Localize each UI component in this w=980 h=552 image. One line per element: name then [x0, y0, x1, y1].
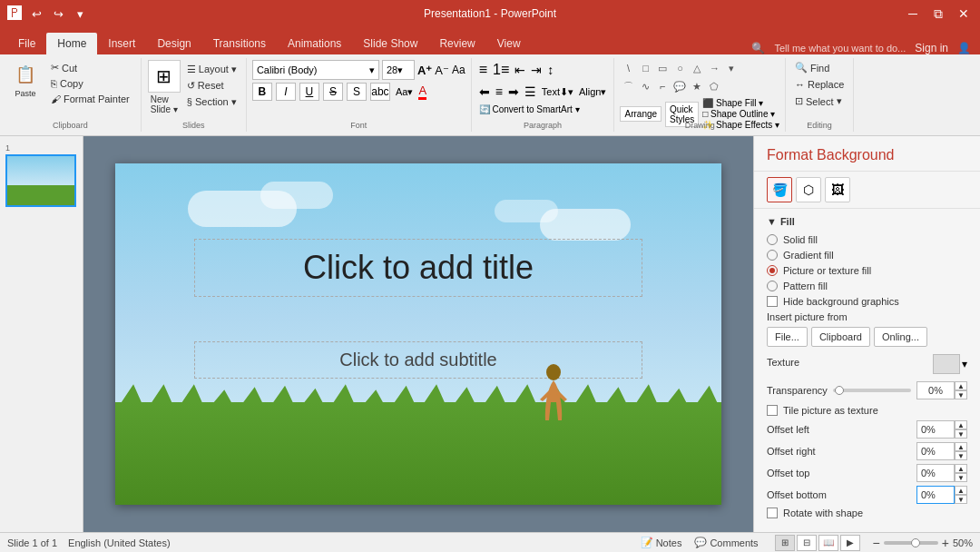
slide-thumbnail-1[interactable]: [5, 154, 76, 207]
transparency-thumb[interactable]: [835, 386, 844, 395]
font-name-input[interactable]: Calibri (Body) ▾: [252, 60, 379, 80]
close-button[interactable]: ✕: [955, 5, 973, 23]
numbering-button[interactable]: 1≡: [491, 60, 511, 80]
tab-file[interactable]: File: [7, 33, 46, 54]
clear-format-button[interactable]: Aa: [452, 64, 466, 76]
offset-top-up[interactable]: ▲: [955, 464, 967, 473]
normal-view-button[interactable]: ⊞: [775, 535, 795, 551]
offset-left-input[interactable]: 0%: [916, 420, 955, 439]
solid-fill-option[interactable]: Solid fill: [767, 234, 967, 245]
zoom-thumb[interactable]: [911, 538, 920, 547]
line-spacing-button[interactable]: ↕: [545, 61, 555, 79]
line-shape[interactable]: \: [620, 60, 636, 76]
font-color-button[interactable]: A: [418, 84, 426, 100]
increase-indent-button[interactable]: ⇥: [529, 61, 544, 79]
increase-font-button[interactable]: A⁺: [417, 64, 432, 77]
paste-button[interactable]: 📋 Paste: [5, 60, 45, 100]
offset-left-down[interactable]: ▼: [955, 429, 967, 439]
copy-button[interactable]: ⎘ Copy: [47, 76, 133, 91]
justify-button[interactable]: ☰: [523, 83, 538, 101]
tab-transitions[interactable]: Transitions: [202, 33, 277, 54]
decrease-font-button[interactable]: A⁻: [435, 64, 449, 77]
gradient-fill-option[interactable]: Gradient fill: [767, 250, 967, 261]
more-shapes[interactable]: ▾: [723, 60, 740, 76]
section-button[interactable]: § Section ▾: [183, 94, 240, 110]
slide-canvas[interactable]: Click to add title Click to add subtitle: [115, 163, 721, 505]
callout-shape[interactable]: 💬: [671, 78, 688, 94]
decrease-indent-button[interactable]: ⇤: [513, 61, 527, 79]
connector-shape[interactable]: ⌐: [654, 78, 671, 94]
pattern-fill-option[interactable]: Pattern fill: [767, 281, 967, 291]
reading-view-button[interactable]: 📖: [818, 535, 838, 551]
texture-preview[interactable]: [933, 354, 960, 374]
tab-view[interactable]: View: [486, 33, 532, 54]
layout-button[interactable]: ☰ Layout ▾: [183, 62, 240, 77]
offset-top-input[interactable]: 0%: [916, 464, 955, 482]
transparency-spin-down[interactable]: ▼: [955, 390, 967, 399]
tab-slideshow[interactable]: Slide Show: [352, 33, 428, 54]
offset-bottom-input[interactable]: 0%: [916, 486, 955, 504]
restore-button[interactable]: ⧉: [929, 5, 947, 23]
shape-fill-button[interactable]: ⬛ Shape Fill ▾: [702, 98, 779, 108]
align-center-button[interactable]: ≡: [494, 83, 505, 101]
zoom-in-button[interactable]: +: [942, 536, 949, 550]
offset-right-up[interactable]: ▲: [955, 442, 967, 451]
fill-section-header[interactable]: ▼ Fill: [767, 216, 967, 227]
align-right-button[interactable]: ➡: [506, 83, 521, 101]
title-text-box[interactable]: Click to add title: [194, 239, 642, 297]
tile-picture-checkbox[interactable]: [767, 405, 778, 416]
tab-design[interactable]: Design: [146, 33, 201, 54]
tab-animations[interactable]: Animations: [277, 33, 352, 54]
align-left-button[interactable]: ⬅: [477, 83, 492, 101]
arrange-button[interactable]: Arrange: [620, 106, 662, 122]
reset-button[interactable]: ↺ Reset: [183, 78, 240, 94]
triangle-shape[interactable]: △: [689, 60, 705, 76]
undo-button[interactable]: ↩: [27, 5, 45, 23]
online-button[interactable]: Onling...: [874, 327, 927, 347]
picture-texture-fill-option[interactable]: Picture or texture fill: [767, 265, 967, 276]
align-text-button[interactable]: Align▾: [577, 84, 608, 100]
offset-bottom-up[interactable]: ▲: [955, 486, 967, 495]
bold-button[interactable]: B: [252, 83, 272, 101]
tab-home[interactable]: Home: [46, 33, 97, 54]
transparency-slider[interactable]: [833, 389, 911, 392]
oval-shape[interactable]: ○: [671, 60, 688, 76]
transparency-value[interactable]: 0%: [916, 381, 955, 399]
bullets-button[interactable]: ≡: [477, 60, 489, 80]
notes-button[interactable]: 📝 Notes: [637, 535, 686, 550]
clipboard-button[interactable]: Clipboard: [811, 327, 870, 347]
font-size-input[interactable]: 28 ▾: [382, 60, 415, 80]
freeform-shape[interactable]: ∿: [637, 78, 653, 94]
shadow-button[interactable]: S: [347, 83, 367, 101]
text-direction-button[interactable]: Text⬇▾: [540, 84, 575, 100]
tile-picture-row[interactable]: Tile picture as texture: [767, 405, 967, 416]
zoom-out-button[interactable]: −: [873, 536, 880, 550]
rotate-shape-checkbox[interactable]: [767, 508, 778, 518]
pentagon-shape[interactable]: ⬠: [706, 78, 722, 94]
find-button[interactable]: 🔍 Find: [791, 60, 833, 75]
picture-texture-fill-radio[interactable]: [767, 265, 778, 276]
arrow-shape[interactable]: →: [706, 60, 722, 76]
gradient-fill-radio[interactable]: [767, 250, 778, 261]
tab-review[interactable]: Review: [428, 33, 485, 54]
image-icon-btn[interactable]: 🖼: [825, 177, 850, 202]
search-field[interactable]: Tell me what you want to do...: [774, 43, 906, 54]
customize-qat-button[interactable]: ▾: [71, 5, 89, 23]
format-painter-button[interactable]: 🖌 Format Painter: [47, 92, 133, 106]
rotate-shape-row[interactable]: Rotate with shape: [767, 508, 967, 518]
pattern-fill-radio[interactable]: [767, 281, 778, 291]
new-slide-icon[interactable]: ⊞: [148, 60, 181, 93]
file-button[interactable]: File...: [767, 327, 808, 347]
convert-smartart-button[interactable]: 🔄 Convert to SmartArt ▾: [477, 103, 582, 116]
offset-right-input[interactable]: 0%: [916, 442, 955, 460]
offset-right-down[interactable]: ▼: [955, 451, 967, 460]
offset-left-up[interactable]: ▲: [955, 420, 967, 429]
replace-button[interactable]: ↔ Replace: [791, 77, 848, 92]
canvas-area[interactable]: Click to add title Click to add subtitle: [83, 136, 753, 532]
zoom-level[interactable]: 50%: [953, 537, 973, 548]
change-case-button[interactable]: Aa▾: [394, 84, 415, 100]
char-spacing-button[interactable]: abc: [370, 83, 390, 101]
star-shape[interactable]: ★: [689, 78, 705, 94]
zoom-slider[interactable]: [884, 541, 938, 545]
redo-button[interactable]: ↪: [49, 5, 67, 23]
